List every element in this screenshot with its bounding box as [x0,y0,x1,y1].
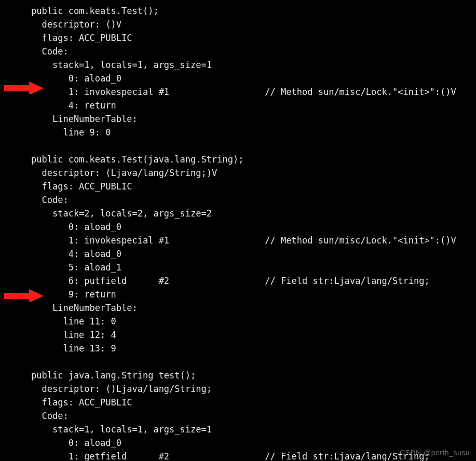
code-line: stack=1, locals=1, args_size=1 [31,423,476,436]
arrow-annotation-2 [4,288,40,302]
code-line: 0: aload_0 [31,72,476,85]
svg-rect-0 [4,85,30,91]
bytecode-listing: public com.keats.Test(); descriptor: ()V… [31,4,476,461]
code-line: 1: invokespecial #1 // Method sun/misc/L… [31,234,476,247]
svg-marker-1 [29,82,44,94]
code-line: line 12: 4 [31,328,476,342]
arrow-right-icon [4,288,44,302]
code-line: flags: ACC_PUBLIC [31,31,476,45]
code-line: public com.keats.Test(); [31,4,476,18]
code-line [31,139,476,153]
code-line: 1: getfield #2 // Field str:Ljava/lang/S… [31,450,476,461]
svg-rect-2 [4,293,30,299]
code-line: 9: return [31,288,476,301]
code-line: flags: ACC_PUBLIC [31,180,476,193]
arrow-annotation-1 [4,80,40,94]
code-line: flags: ACC_PUBLIC [31,396,476,409]
code-line: line 13: 9 [31,342,476,355]
code-line [31,355,476,369]
code-line: 5: aload_1 [31,261,476,274]
code-line: descriptor: ()Ljava/lang/String; [31,382,476,396]
svg-marker-3 [29,289,44,302]
code-line: line 11: 0 [31,315,476,328]
code-line: 6: putfield #2 // Field str:Ljava/lang/S… [31,274,476,288]
code-line: Code: [31,193,476,207]
code-line: 1: invokespecial #1 // Method sun/misc/L… [31,85,476,99]
code-line: 4: return [31,99,476,112]
bytecode-frame: public com.keats.Test(); descriptor: ()V… [0,0,476,461]
code-line: LineNumberTable: [31,301,476,315]
code-line: 0: aload_0 [31,436,476,450]
code-line: descriptor: (Ljava/lang/String;)V [31,166,476,180]
code-line: public com.keats.Test(java.lang.String); [31,153,476,166]
code-line: 4: aload_0 [31,247,476,261]
code-line: public java.lang.String test(); [31,369,476,382]
code-line: LineNumberTable: [31,112,476,126]
code-line: 0: aload_0 [31,220,476,234]
code-line: Code: [31,409,476,423]
code-line: Code: [31,45,476,58]
code-line: descriptor: ()V [31,18,476,31]
code-line: stack=1, locals=1, args_size=1 [31,58,476,72]
code-line: stack=2, locals=2, args_size=2 [31,207,476,220]
code-line: line 9: 0 [31,126,476,139]
arrow-right-icon [4,80,44,94]
